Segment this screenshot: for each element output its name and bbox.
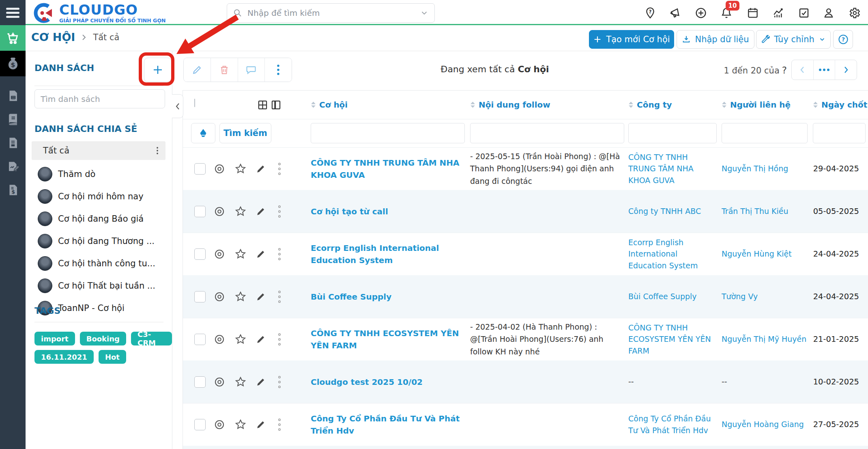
column-header-nguoi-lien-he[interactable]: Người liên hệ (722, 91, 791, 119)
bulk-comment-button[interactable] (238, 58, 265, 82)
company-link[interactable]: CÔNG TY TNHH TRUNG TÂM NHA KHOA GUVA (628, 151, 717, 186)
column-header-co-hoi[interactable]: Cơ hội (311, 91, 348, 119)
rail-contract-edit-icon[interactable] (0, 153, 26, 179)
calendar-icon[interactable] (746, 6, 759, 19)
preview-icon[interactable] (213, 275, 226, 318)
pager-prev-button[interactable] (792, 60, 814, 80)
drag-handle-icon[interactable] (277, 275, 281, 318)
rail-opportunity-moneybag-icon[interactable]: $ (0, 51, 26, 76)
opportunity-name-link[interactable]: Ecorrp English International Education S… (311, 242, 465, 266)
drag-handle-icon[interactable] (277, 147, 281, 190)
company-link[interactable]: Công Ty Cổ Phần Đầu Tư Và Phát Triển Hdv (628, 413, 717, 436)
add-list-button[interactable] (144, 58, 172, 82)
opportunity-name-link[interactable]: Công Ty Cổ Phần Đầu Tư Và Phát Triển Hdv (311, 412, 465, 437)
megaphone-icon[interactable] (669, 6, 682, 19)
column-view-icon[interactable] (271, 99, 281, 110)
tag-hot[interactable]: Hot (99, 350, 126, 364)
grid-view-icon[interactable] (257, 99, 268, 110)
opportunity-name-link[interactable]: CÔNG TY TNHH ECOSYSTEM YÊN YÊN FARM (311, 327, 465, 352)
search-filters-button[interactable]: Tìm kiếm (219, 123, 271, 143)
star-icon[interactable] (234, 360, 247, 403)
contact-link[interactable]: Nguyễn Hoàng Giang (722, 419, 804, 430)
company-link[interactable]: Công ty TNHH ABC (628, 205, 701, 217)
sidebar-item-bao-gia[interactable]: Cơ hội đang Báo giá (26, 207, 172, 230)
table-row[interactable]: Cloudgo test 2025 10/02 -- -- 10-02-2025 (183, 360, 868, 404)
star-icon[interactable] (234, 190, 247, 233)
pager-pages-button[interactable] (814, 60, 836, 80)
row-checkbox[interactable] (194, 334, 206, 345)
pager-next-button[interactable] (835, 60, 857, 80)
company-link[interactable]: Ecorrp English International Education S… (628, 237, 717, 272)
row-checkbox[interactable] (194, 291, 206, 302)
preview-icon[interactable] (213, 147, 226, 190)
contact-link[interactable]: Nguyễn Thị Hồng (722, 163, 788, 175)
column-header-noi-dung-follow[interactable]: Nội dung follow (470, 91, 550, 119)
sidebar-item-that-bai[interactable]: Cơ hội Thất bại tuần ... (26, 274, 172, 297)
rail-document-icon[interactable] (0, 130, 26, 155)
row-checkbox[interactable] (194, 206, 206, 217)
filter-input-noi-dung-follow[interactable] (470, 123, 624, 143)
gear-icon[interactable] (848, 6, 861, 19)
preview-icon[interactable] (213, 233, 226, 275)
contact-link[interactable]: Tường Vy (722, 291, 758, 302)
tag-booking[interactable]: Booking (80, 332, 126, 345)
kebab-menu-icon[interactable] (154, 146, 161, 155)
star-icon[interactable] (234, 233, 247, 275)
filter-input-nguoi-lien-he[interactable] (722, 123, 808, 143)
edit-pencil-icon[interactable] (255, 190, 266, 233)
contact-link[interactable]: Nguyễn Hùng Kiệt (722, 248, 792, 260)
star-icon[interactable] (234, 403, 247, 446)
opportunity-name-link[interactable]: Cơ hội tạo từ call (311, 205, 388, 218)
drag-handle-icon[interactable] (277, 403, 281, 446)
tag-import[interactable]: import (34, 332, 75, 345)
table-row[interactable]: CÔNG TY TNHH TRUNG TÂM NHA KHOA GUVA - 2… (183, 147, 868, 190)
breadcrumb-module-link[interactable]: CƠ HỘI (31, 31, 75, 43)
rail-quote-dollar-icon[interactable]: $ (0, 177, 26, 203)
select-all-checkbox[interactable] (194, 99, 195, 107)
table-row[interactable]: Công Ty Cổ Phần Đầu Tư Và Phát Triển Hdv… (183, 403, 868, 446)
sidebar-item-thanh-cong[interactable]: Cơ hội thành công tu... (26, 252, 172, 274)
import-data-button[interactable]: Nhập dữ liệu (677, 30, 754, 49)
create-opportunity-button[interactable]: Tạo mới Cơ hội (589, 30, 674, 49)
sidebar-item-tham-do[interactable]: Thăm dò (26, 163, 172, 185)
sidebar-item-all[interactable]: Tất cả (32, 141, 165, 160)
opportunity-name-link[interactable]: Bùi Coffee Supply (311, 291, 391, 303)
bulk-delete-button[interactable] (211, 58, 238, 82)
drag-handle-icon[interactable] (277, 318, 281, 360)
opportunity-name-link[interactable]: Cloudgo test 2025 10/02 (311, 376, 423, 388)
filter-input-cong-ty[interactable] (628, 123, 717, 143)
hamburger-menu-icon[interactable] (0, 0, 26, 25)
global-search-input[interactable] (247, 8, 416, 18)
clear-filters-button[interactable] (191, 123, 215, 143)
table-row[interactable]: Cơ hội tạo từ call Công ty TNHH ABC Trần… (183, 190, 868, 233)
help-button[interactable]: ? (833, 30, 853, 49)
star-icon[interactable] (234, 147, 247, 190)
rail-sales-cart-icon[interactable] (0, 25, 26, 51)
filter-input-co-hoi[interactable] (311, 123, 465, 143)
rail-book-icon[interactable] (0, 106, 26, 132)
user-icon[interactable] (822, 6, 835, 19)
customize-button[interactable]: Tùy chỉnh (756, 30, 831, 49)
bulk-edit-button[interactable] (184, 58, 211, 82)
drag-handle-icon[interactable] (277, 233, 281, 275)
help-pin-icon[interactable]: ? (644, 6, 657, 19)
table-row[interactable]: Bùi Coffee Supply Bùi Coffee Supply Tườn… (183, 275, 868, 318)
tasks-icon[interactable] (797, 6, 810, 19)
table-row[interactable]: Ecorrp English International Education S… (183, 233, 868, 276)
company-link[interactable]: Bùi Coffee Supply (628, 291, 697, 302)
edit-pencil-icon[interactable] (255, 360, 266, 403)
analytics-icon[interactable] (772, 6, 785, 19)
more-actions-button[interactable] (265, 58, 292, 82)
preview-icon[interactable] (213, 360, 226, 403)
row-checkbox[interactable] (194, 163, 206, 175)
rail-invoice-grid-icon[interactable] (0, 83, 26, 108)
drag-handle-icon[interactable] (277, 360, 281, 403)
drag-handle-icon[interactable] (277, 190, 281, 233)
column-header-cong-ty[interactable]: Công ty (628, 91, 672, 119)
sidebar-item-co-hoi-moi[interactable]: Cơ hội mới hôm nay (26, 185, 172, 207)
edit-pencil-icon[interactable] (255, 233, 266, 275)
row-checkbox[interactable] (194, 376, 206, 388)
table-row[interactable]: CÔNG TY TNHH ECOSYSTEM YÊN YÊN FARM - 20… (183, 318, 868, 361)
tag-c3-crm[interactable]: C3-CRM (131, 332, 172, 345)
global-search[interactable] (227, 3, 435, 23)
